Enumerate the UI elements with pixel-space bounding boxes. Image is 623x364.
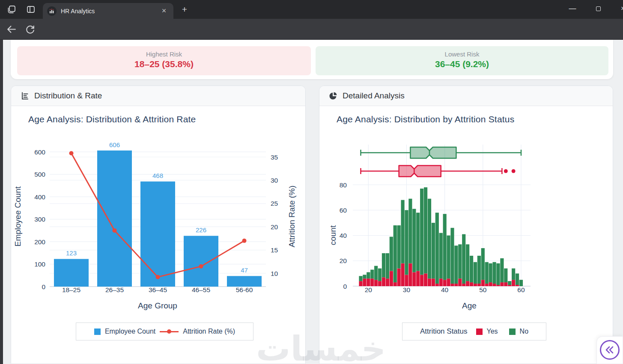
browser-window: HR Analytics × + — × 127.0.0.1:8050/visu… [0, 0, 623, 364]
window-edge-strip [0, 40, 3, 364]
card-header-label: Distribution & Rate [34, 91, 102, 101]
refresh-icon[interactable] [25, 24, 36, 35]
svg-text:25: 25 [271, 200, 278, 207]
svg-text:606: 606 [109, 141, 120, 148]
employee-count-swatch [94, 328, 101, 335]
vertical-tabs-icon[interactable] [26, 4, 36, 15]
svg-text:40: 40 [340, 232, 347, 239]
svg-text:46–55: 46–55 [192, 286, 210, 293]
lowest-risk-label: Lowest Risk [316, 50, 608, 58]
distribution-rate-header: Distribution & Rate [11, 86, 305, 106]
svg-text:Age: Age [462, 301, 477, 310]
panel-toggle-button[interactable] [600, 340, 620, 360]
tab-close-button[interactable]: × [159, 6, 169, 16]
new-tab-button[interactable]: + [179, 4, 190, 15]
close-window-button[interactable]: × [613, 0, 623, 17]
tab-activities-icon[interactable] [6, 4, 17, 15]
svg-text:0: 0 [42, 283, 45, 290]
svg-text:500: 500 [34, 171, 45, 178]
svg-text:20: 20 [365, 286, 373, 293]
svg-text:47: 47 [241, 266, 248, 274]
collapsed-panel [596, 336, 623, 364]
lowest-risk-banner: Lowest Risk 36–45 (9.2%) [316, 46, 608, 75]
svg-text:226: 226 [196, 226, 206, 234]
svg-text:468: 468 [152, 172, 163, 179]
svg-text:50: 50 [479, 286, 487, 293]
maximize-button[interactable] [588, 0, 608, 17]
svg-text:18–25: 18–25 [62, 286, 80, 293]
svg-text:123: 123 [66, 249, 77, 257]
card-header-label: Detailed Analysis [343, 91, 405, 101]
legend-no[interactable]: No [520, 328, 528, 335]
svg-text:60: 60 [517, 286, 525, 293]
pie-chart-icon [329, 92, 337, 100]
legend-yes[interactable]: Yes [487, 328, 498, 335]
browser-toolbar: 127.0.0.1:8050/visualizations [0, 19, 623, 40]
svg-text:26–35: 26–35 [105, 286, 124, 293]
svg-text:20: 20 [271, 223, 278, 231]
legend-employee-count[interactable]: Employee Count [105, 328, 155, 335]
svg-text:30: 30 [271, 177, 278, 184]
svg-text:200: 200 [34, 238, 45, 246]
svg-text:400: 400 [34, 193, 45, 201]
svg-text:0: 0 [343, 283, 347, 290]
svg-text:10: 10 [271, 270, 278, 277]
back-icon[interactable] [6, 24, 17, 35]
legend-title: Attrition Status [420, 327, 468, 336]
yes-swatch [476, 328, 483, 335]
legend-attrition-rate[interactable]: Attrition Rate (%) [183, 328, 235, 335]
svg-text:100: 100 [34, 260, 45, 268]
browser-titlebar: HR Analytics × + — × [0, 0, 623, 19]
svg-text:600: 600 [34, 148, 45, 156]
tab-title: HR Analytics [61, 8, 159, 15]
svg-text:Attrition Rate (%): Attrition Rate (%) [287, 186, 296, 248]
svg-text:40: 40 [441, 286, 449, 293]
tab-favicon [47, 6, 57, 16]
risk-summary-card: Highest Risk 18–25 (35.8%) Lowest Risk 3… [11, 40, 613, 79]
svg-text:20: 20 [340, 257, 347, 264]
svg-text:35: 35 [271, 154, 278, 161]
chevron-double-left-icon [604, 345, 615, 355]
svg-text:Employee Count: Employee Count [13, 186, 22, 246]
browser-tab[interactable]: HR Analytics × [43, 3, 173, 19]
svg-text:80: 80 [340, 181, 347, 189]
page-content: Highest Risk 18–25 (35.8%) Lowest Risk 3… [0, 40, 623, 364]
svg-text:56-60: 56-60 [236, 286, 253, 293]
svg-text:Age Group: Age Group [138, 301, 177, 310]
bar-chart-icon [21, 92, 29, 100]
detailed-analysis-header: Detailed Analysis [319, 86, 613, 106]
no-swatch [509, 328, 516, 335]
highest-risk-value: 18–25 (35.8%) [17, 59, 311, 69]
left-chart-legend[interactable]: Employee Count Attrition Rate (%) [76, 323, 253, 340]
detailed-analysis-card: Detailed Analysis Age Analysis: Distribu… [319, 86, 613, 364]
svg-text:36–45: 36–45 [149, 286, 167, 293]
right-chart-legend[interactable]: Attrition Status Yes No [402, 323, 546, 340]
highest-risk-label: Highest Risk [17, 50, 311, 58]
lowest-risk-value: 36–45 (9.2%) [316, 59, 608, 69]
attrition-rate-swatch [160, 329, 179, 334]
svg-text:60: 60 [340, 207, 347, 214]
svg-text:count: count [328, 225, 337, 245]
minimize-button[interactable]: — [563, 0, 582, 17]
distribution-rate-card: Distribution & Rate Age Analysis: Distri… [11, 86, 306, 364]
highest-risk-banner: Highest Risk 18–25 (35.8%) [17, 46, 311, 75]
svg-text:15: 15 [271, 246, 278, 254]
svg-text:30: 30 [403, 286, 411, 293]
svg-text:300: 300 [34, 216, 45, 223]
